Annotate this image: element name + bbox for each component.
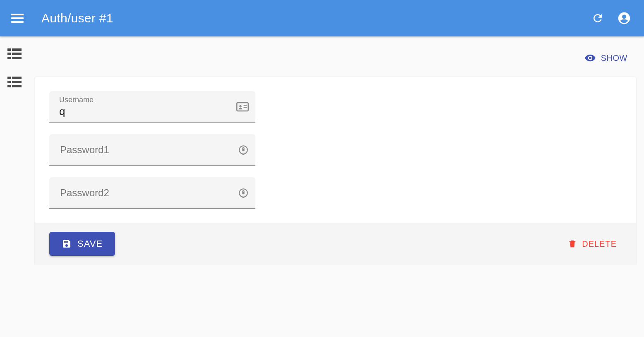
form-card: Username q <box>35 77 636 265</box>
svg-rect-10 <box>12 77 22 79</box>
list-icon <box>7 77 22 87</box>
show-button[interactable]: SHOW <box>579 49 632 67</box>
id-card-icon <box>236 102 249 112</box>
svg-rect-0 <box>11 14 24 15</box>
svg-point-16 <box>239 105 242 108</box>
svg-rect-6 <box>12 53 22 55</box>
save-button[interactable]: SAVE <box>49 232 115 256</box>
password1-field[interactable] <box>49 134 255 166</box>
password2-field[interactable] <box>49 177 255 209</box>
refresh-button[interactable] <box>588 8 608 28</box>
save-icon <box>62 239 72 249</box>
password1-input[interactable] <box>59 144 234 156</box>
hamburger-icon <box>11 14 24 23</box>
svg-rect-3 <box>7 48 11 51</box>
list-icon <box>7 48 22 59</box>
eye-icon <box>584 52 596 64</box>
refresh-icon <box>591 12 604 24</box>
svg-rect-22 <box>242 192 244 194</box>
account-icon <box>617 11 631 25</box>
show-button-label: SHOW <box>601 53 627 63</box>
password-generator-icon[interactable] <box>238 144 249 155</box>
username-label: Username <box>59 96 232 104</box>
top-actions: SHOW <box>35 49 636 77</box>
svg-rect-20 <box>242 149 244 151</box>
trash-icon <box>568 238 577 249</box>
svg-rect-8 <box>12 57 22 59</box>
delete-button[interactable]: DELETE <box>563 235 622 253</box>
svg-rect-11 <box>7 81 11 83</box>
svg-rect-4 <box>12 48 22 51</box>
account-button[interactable] <box>614 8 634 28</box>
main-content: SHOW Username q <box>35 36 636 265</box>
svg-rect-7 <box>7 57 11 59</box>
delete-button-label: DELETE <box>582 239 617 249</box>
sidebar-item-2[interactable] <box>7 76 22 88</box>
password2-input[interactable] <box>59 187 234 199</box>
username-value: q <box>59 105 232 118</box>
svg-rect-13 <box>7 85 11 87</box>
svg-rect-9 <box>7 77 11 79</box>
page-title: Auth/user #1 <box>41 11 113 25</box>
sidebar-item-1[interactable] <box>7 48 22 60</box>
svg-rect-2 <box>11 21 24 23</box>
save-button-label: SAVE <box>77 238 103 249</box>
svg-rect-5 <box>7 53 11 55</box>
menu-button[interactable] <box>10 11 25 26</box>
username-field[interactable]: Username q <box>49 91 255 123</box>
card-actions: SAVE DELETE <box>35 223 636 265</box>
svg-rect-14 <box>12 85 22 87</box>
svg-rect-1 <box>11 17 24 19</box>
password-generator-icon[interactable] <box>238 188 249 198</box>
form-card-body: Username q <box>35 77 636 223</box>
svg-rect-12 <box>12 81 22 83</box>
sidebar <box>0 36 29 88</box>
appbar: Auth/user #1 <box>0 0 644 36</box>
